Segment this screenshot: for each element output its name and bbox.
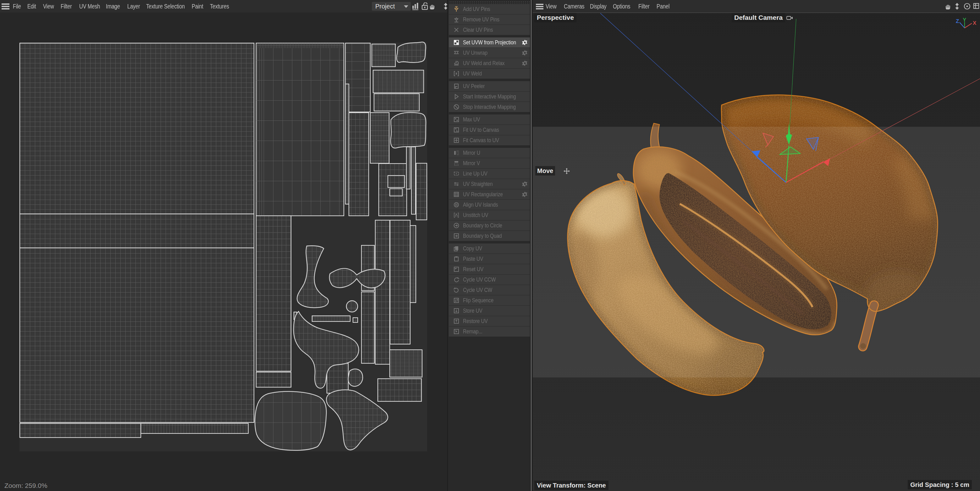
svg-text:Y: Y <box>963 17 966 23</box>
svg-text:X: X <box>973 20 977 26</box>
svg-text:Z: Z <box>956 18 959 24</box>
